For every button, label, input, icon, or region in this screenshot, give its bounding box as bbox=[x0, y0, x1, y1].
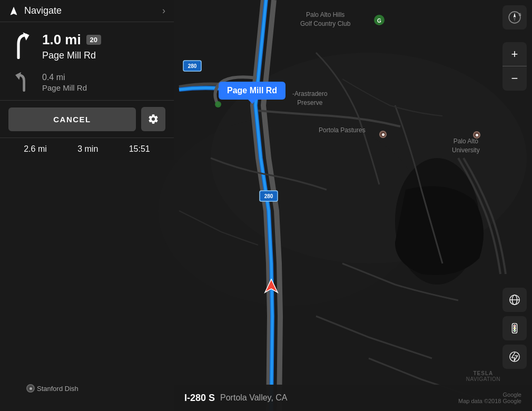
trip-time: 3 min bbox=[77, 144, 98, 154]
secondary-turn-info: 0.4 mi Page Mill Rd bbox=[42, 73, 87, 92]
primary-distance: 1.0 mi bbox=[42, 32, 81, 48]
secondary-street: Page Mill Rd bbox=[42, 83, 87, 92]
secondary-distance: 0.4 mi bbox=[42, 73, 87, 82]
tesla-branding: TESLA NAVIGATION bbox=[466, 370, 500, 382]
globe-button[interactable] bbox=[503, 288, 527, 312]
zoom-controls: + − bbox=[503, 42, 527, 91]
gear-icon bbox=[147, 113, 159, 125]
page-mill-callout: Page Mill Rd bbox=[219, 82, 285, 100]
compass-icon: SE bbox=[508, 11, 521, 24]
svg-point-4 bbox=[215, 101, 221, 107]
svg-text:G: G bbox=[377, 18, 381, 24]
svg-point-2 bbox=[158, 116, 421, 306]
primary-street: Page Mill Rd bbox=[42, 50, 101, 61]
svg-text:280: 280 bbox=[264, 193, 273, 199]
trip-distance: 2.6 mi bbox=[24, 144, 47, 154]
top-right-controls: SE bbox=[503, 5, 527, 30]
action-row: CANCEL bbox=[0, 101, 174, 138]
power-button[interactable] bbox=[503, 345, 527, 369]
bottom-bar: I-280 S Portola Valley, CA Google Map da… bbox=[174, 385, 532, 411]
lightning-icon bbox=[509, 351, 520, 363]
speed-limit-badge: 20 bbox=[86, 35, 101, 45]
turn-distance-row: 1.0 mi 20 bbox=[42, 32, 101, 48]
traffic-button[interactable] bbox=[503, 316, 527, 340]
map-credit: Google Map data ©2018 Google bbox=[458, 392, 521, 404]
compass-button[interactable]: SE bbox=[503, 5, 527, 30]
nav-title: Navigate bbox=[24, 5, 62, 16]
right-tool-buttons bbox=[503, 288, 527, 369]
nav-header-left: Navigate bbox=[8, 5, 62, 16]
globe-icon bbox=[509, 294, 520, 306]
trip-stats: 2.6 mi 3 min 15:51 bbox=[0, 138, 174, 160]
primary-turn-info: 1.0 mi 20 Page Mill Rd bbox=[42, 32, 101, 61]
svg-point-22 bbox=[514, 325, 516, 327]
svg-text:280: 280 bbox=[188, 63, 197, 69]
road-location: Portola Valley, CA bbox=[220, 393, 287, 403]
secondary-turn-icon bbox=[8, 72, 35, 93]
settings-button[interactable] bbox=[141, 107, 165, 131]
road-label: I-280 S Portola Valley, CA bbox=[184, 393, 288, 404]
svg-point-23 bbox=[514, 327, 516, 329]
navigate-icon bbox=[8, 6, 19, 16]
secondary-turn-instruction: 0.4 mi Page Mill Rd bbox=[0, 67, 174, 101]
traffic-light-icon bbox=[509, 322, 520, 334]
primary-turn-icon bbox=[8, 31, 35, 62]
svg-marker-15 bbox=[514, 13, 516, 17]
nav-chevron-icon[interactable]: › bbox=[162, 5, 165, 16]
primary-turn-instruction: 1.0 mi 20 Page Mill Rd bbox=[0, 22, 174, 67]
zoom-out-button[interactable]: − bbox=[503, 66, 527, 91]
zoom-in-button[interactable]: + bbox=[503, 42, 527, 66]
cancel-button[interactable]: CANCEL bbox=[8, 107, 136, 131]
trip-eta: 15:51 bbox=[129, 144, 150, 154]
stanford-dish-label: Stanford Dish bbox=[26, 384, 78, 393]
svg-marker-16 bbox=[514, 17, 516, 22]
navigation-panel: Navigate › 1.0 mi 20 Page Mill Rd bbox=[0, 0, 174, 160]
svg-text:SE: SE bbox=[519, 12, 521, 17]
road-name: I-280 S bbox=[184, 393, 215, 404]
nav-header: Navigate › bbox=[0, 0, 174, 22]
svg-point-24 bbox=[514, 330, 516, 332]
